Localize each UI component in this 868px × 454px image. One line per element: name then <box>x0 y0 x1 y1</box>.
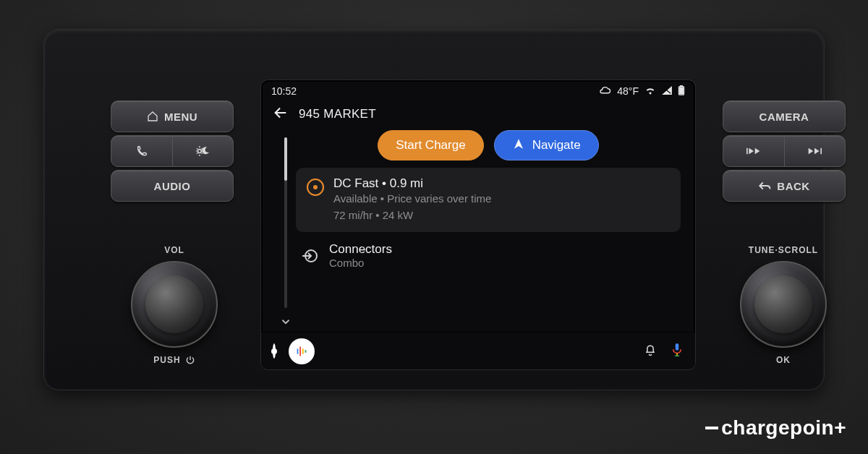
action-row: Start Charge Navigate <box>296 130 681 160</box>
vol-label: VOL <box>116 245 232 255</box>
notification-bell-icon[interactable] <box>643 343 658 359</box>
start-charge-button[interactable]: Start Charge <box>378 130 483 160</box>
mic-icon[interactable] <box>671 342 684 360</box>
scroll-track[interactable] <box>284 137 287 308</box>
day-night-icon <box>173 136 234 166</box>
menu-button[interactable]: MENU <box>111 100 234 132</box>
audio-label: AUDIO <box>154 180 191 192</box>
prev-track-icon <box>723 136 785 166</box>
svg-rect-10 <box>681 85 683 87</box>
enter-arrow-icon <box>300 247 319 265</box>
page-title: 945 MARKET <box>299 107 376 121</box>
svg-rect-6 <box>821 148 822 154</box>
chargepoint-logo-icon <box>306 178 325 197</box>
camera-label: CAMERA <box>760 111 809 123</box>
scroll-rail[interactable] <box>276 129 296 332</box>
svg-rect-11 <box>680 87 683 93</box>
wifi-icon <box>644 85 656 97</box>
home-icon <box>147 111 158 122</box>
assistant-dots-icon <box>294 343 310 359</box>
svg-marker-12 <box>514 139 523 149</box>
back-button[interactable]: BACK <box>723 170 846 202</box>
battery-icon <box>678 85 685 98</box>
main-column: Start Charge Navigate DC Fast • 0.9 m <box>296 129 688 332</box>
back-label: BACK <box>777 180 809 192</box>
navigate-label: Navigate <box>532 138 581 153</box>
tune-knob[interactable] <box>740 261 827 348</box>
station-card-body: DC Fast • 0.9 mi Available • Price varie… <box>333 176 671 223</box>
menu-label: MENU <box>164 111 197 123</box>
station-card[interactable]: DC Fast • 0.9 mi Available • Price varie… <box>296 168 681 232</box>
signal-icon <box>662 85 672 97</box>
connectors-item[interactable]: Connectors Combo <box>296 239 681 269</box>
svg-point-0 <box>198 150 202 153</box>
svg-rect-18 <box>302 348 304 354</box>
right-button-cluster: CAMERA BACK <box>723 100 846 202</box>
svg-rect-1 <box>746 148 748 154</box>
home-ring-icon <box>273 343 276 359</box>
audio-button[interactable]: AUDIO <box>111 170 234 202</box>
navigate-button[interactable]: Navigate <box>494 130 599 160</box>
svg-marker-4 <box>809 148 814 154</box>
power-icon <box>185 355 195 365</box>
volume-knob[interactable] <box>131 261 218 348</box>
bottom-nav <box>261 332 695 369</box>
scroll-thumb[interactable] <box>284 137 287 181</box>
chevron-down-icon[interactable] <box>279 315 292 332</box>
connectors-value: Combo <box>329 257 392 269</box>
start-charge-label: Start Charge <box>396 138 465 153</box>
svg-rect-19 <box>305 350 307 353</box>
dash-icon <box>705 427 718 429</box>
back-arrow-icon[interactable] <box>273 105 289 123</box>
svg-rect-17 <box>299 346 301 356</box>
app-launcher-button[interactable] <box>289 338 315 364</box>
station-title: DC Fast • 0.9 mi <box>333 176 671 191</box>
svg-rect-20 <box>676 343 679 351</box>
svg-marker-5 <box>814 148 820 154</box>
connectors-title: Connectors <box>329 242 392 257</box>
touchscreen: 10:52 48°F 945 MARKET <box>261 80 695 369</box>
svg-marker-2 <box>749 148 754 154</box>
status-bar: 10:52 48°F <box>261 80 695 102</box>
status-right: 48°F <box>598 85 685 98</box>
navigate-arrow-icon <box>512 137 525 154</box>
head-unit-panel: MENU AUDIO CAMERA <box>43 29 825 390</box>
svg-rect-16 <box>297 348 299 354</box>
left-button-cluster: MENU AUDIO <box>111 100 234 202</box>
station-line1: Available • Price varies over time <box>333 191 671 207</box>
content-area: Start Charge Navigate DC Fast • 0.9 m <box>261 129 695 332</box>
weather-cloud-icon <box>598 85 611 97</box>
back-arrow-icon <box>758 180 771 192</box>
home-button[interactable] <box>273 345 276 357</box>
next-track-icon <box>785 136 846 166</box>
phone-brightness-button[interactable] <box>111 135 234 167</box>
volume-knob-zone: VOL PUSH <box>116 245 232 365</box>
tune-label: TUNE·SCROLL <box>726 245 841 255</box>
phone-icon <box>111 136 173 166</box>
svg-point-14 <box>313 185 318 189</box>
station-line2: 72 mi/hr • 24 kW <box>333 207 671 224</box>
svg-marker-3 <box>754 148 760 154</box>
tune-knob-zone: TUNE·SCROLL OK <box>726 245 841 365</box>
header-row: 945 MARKET <box>261 102 695 129</box>
push-power-label: PUSH <box>116 355 232 365</box>
prev-next-button[interactable] <box>723 135 846 167</box>
ok-label: OK <box>726 355 841 365</box>
chargepoint-watermark: chargepoin+ <box>705 416 846 440</box>
plus-icon: + <box>834 416 846 440</box>
connectors-body: Connectors Combo <box>329 242 392 269</box>
camera-button[interactable]: CAMERA <box>723 100 846 132</box>
status-temp: 48°F <box>617 85 639 97</box>
status-time: 10:52 <box>271 85 297 97</box>
